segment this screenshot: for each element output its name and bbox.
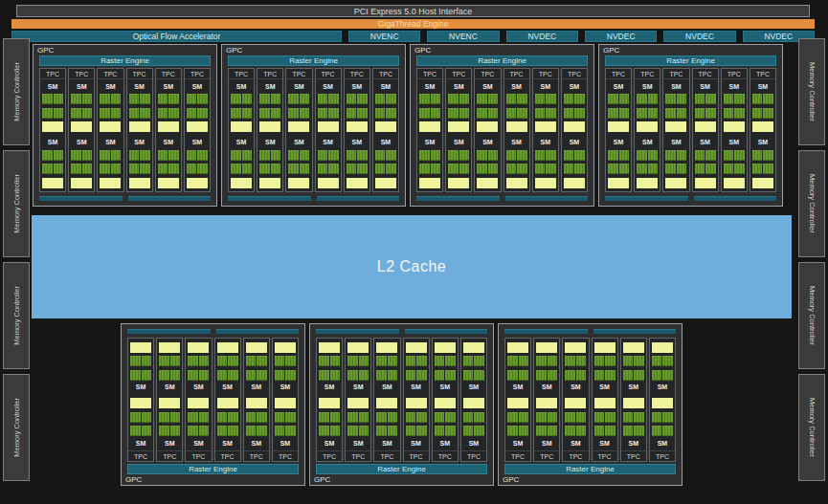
green-block-row xyxy=(129,164,150,174)
yellow-block xyxy=(507,398,528,408)
tpc-label: TPC xyxy=(404,450,429,461)
yellow-block xyxy=(406,342,427,353)
tpc-row: TPCSMSMTPCSMSMTPCSMSMTPCSMSMTPCSMSMTPCSM… xyxy=(316,338,487,462)
green-cell xyxy=(517,164,527,174)
green-cell xyxy=(734,108,745,119)
green-cell xyxy=(129,150,140,161)
sm-label: SM xyxy=(192,83,203,91)
green-cell xyxy=(259,164,270,174)
sm-label: SM xyxy=(193,383,204,391)
green-cell xyxy=(159,356,169,366)
green-block-row xyxy=(100,94,121,104)
memory-controller-label: Memory Controller xyxy=(808,174,817,233)
sm-block: SM xyxy=(635,79,660,136)
green-cell xyxy=(605,370,615,381)
green-cell xyxy=(197,164,208,174)
green-cell xyxy=(677,108,687,119)
tpc-block: TPCSMSM xyxy=(345,338,371,462)
bottom-gpc-row: GPCRaster EngineTPCSMSMTPCSMSMTPCSMSMTPC… xyxy=(121,323,683,486)
green-cell xyxy=(246,412,257,423)
optical-flow-accelerator: Optical Flow Accelerator xyxy=(11,31,342,42)
memory-controller-right-3: Memory Controller xyxy=(798,262,825,369)
green-cell xyxy=(435,356,445,366)
sm-label: SM xyxy=(323,83,333,91)
green-cell xyxy=(170,356,181,366)
green-block-row xyxy=(752,164,773,174)
yellow-block xyxy=(188,398,209,408)
sm-block: SM xyxy=(504,136,529,192)
green-cell xyxy=(435,426,445,436)
sm-block: SM xyxy=(186,395,211,451)
green-cell xyxy=(159,370,169,381)
sm-label: SM xyxy=(164,83,174,91)
yellow-block xyxy=(71,121,92,132)
yellow-block xyxy=(752,121,773,132)
green-block-row xyxy=(158,150,179,161)
tpc-block: TPCSMSM xyxy=(39,68,66,192)
yellow-block xyxy=(100,178,121,188)
gpc-teal-bar xyxy=(128,196,212,201)
green-block-row xyxy=(695,150,716,161)
green-cell xyxy=(488,164,499,174)
green-block-row xyxy=(477,164,498,174)
green-cell xyxy=(100,94,110,104)
green-cell xyxy=(565,412,575,423)
yellow-block xyxy=(318,178,339,188)
green-cell xyxy=(285,426,296,436)
green-block-row xyxy=(275,412,296,423)
green-cell xyxy=(257,370,267,381)
sm-label: SM xyxy=(571,383,581,391)
sm-label: SM xyxy=(440,383,451,391)
gpc-teal-bar xyxy=(405,329,488,334)
sm-block: SM xyxy=(593,395,617,451)
green-cell xyxy=(605,356,615,366)
green-block-row xyxy=(288,164,309,174)
green-cell xyxy=(463,356,474,366)
sm-block: SM xyxy=(563,395,588,451)
sm-block: SM xyxy=(229,136,254,192)
green-block-row xyxy=(506,94,527,104)
green-cell xyxy=(357,94,368,104)
sm-block: SM xyxy=(69,79,94,136)
tpc-block: TPCSMSM xyxy=(416,68,443,192)
yellow-block xyxy=(129,178,150,188)
sm-block: SM xyxy=(663,136,688,192)
yellow-block xyxy=(477,121,498,132)
green-block-row xyxy=(376,370,397,381)
green-block-row xyxy=(637,150,658,161)
green-block-row xyxy=(71,164,92,174)
green-block-row xyxy=(594,412,615,423)
green-cell xyxy=(623,426,634,436)
raster-engine-bar: Raster Engine xyxy=(39,55,211,66)
yellow-block xyxy=(375,121,396,132)
yellow-block xyxy=(246,398,267,408)
green-cell xyxy=(275,412,285,423)
green-block-row xyxy=(100,108,121,119)
green-cell xyxy=(170,370,181,381)
green-cell xyxy=(257,412,267,423)
gpc-teal-bar xyxy=(593,329,677,334)
green-cell xyxy=(546,94,556,104)
gpc-bottom-bars xyxy=(39,196,211,201)
green-cell xyxy=(677,150,687,161)
green-block-row xyxy=(259,94,280,104)
green-cell xyxy=(459,108,470,119)
media-engines-row: Optical Flow AcceleratorNVENCNVENCNVDECN… xyxy=(11,31,815,42)
green-cell xyxy=(187,108,197,119)
green-block-row xyxy=(347,370,369,381)
sm-label: SM xyxy=(236,83,247,91)
yellow-block xyxy=(275,398,296,408)
green-block-row xyxy=(158,94,179,104)
tpc-block: TPCSMSM xyxy=(285,68,312,192)
gpc-label: GPC xyxy=(499,474,682,485)
green-cell xyxy=(605,412,615,423)
green-cell xyxy=(129,108,140,119)
gpc-bottom-bars xyxy=(228,196,399,201)
tpc-block: TPCSMSM xyxy=(692,68,719,192)
yellow-block xyxy=(608,178,629,188)
green-cell xyxy=(431,94,441,104)
sm-block: SM xyxy=(562,136,587,192)
green-block-row xyxy=(187,94,208,104)
green-cell xyxy=(431,108,441,119)
green-block-row xyxy=(319,356,340,366)
